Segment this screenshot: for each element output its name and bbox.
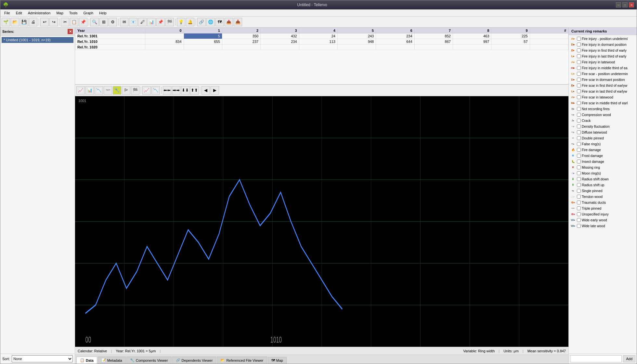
series-item-0[interactable]: * Untitled (1001 - 1019, n=19) bbox=[2, 37, 73, 43]
remark-item[interactable]: U▸Fire scar - position undetermin bbox=[569, 71, 637, 77]
table-cell[interactable]: 644 bbox=[376, 39, 414, 45]
remark-item[interactable]: ••Double pinned bbox=[569, 135, 637, 141]
remark-checkbox[interactable] bbox=[577, 201, 581, 204]
tb-notify[interactable]: 🔔 bbox=[186, 18, 194, 26]
remark-checkbox[interactable] bbox=[577, 54, 581, 58]
menu-edit[interactable]: Edit bbox=[13, 10, 25, 16]
chart-tb-wave[interactable]: 〰 bbox=[104, 86, 112, 95]
remark-item[interactable]: △▸Tension wood bbox=[569, 194, 637, 200]
chart-tb-bar[interactable]: 📊 bbox=[85, 86, 94, 95]
remark-item[interactable]: ✕Missing ring bbox=[569, 164, 637, 170]
remark-item[interactable]: •▸Single pinned bbox=[569, 188, 637, 194]
remark-checkbox[interactable] bbox=[577, 195, 581, 199]
tb-search[interactable]: 🔍 bbox=[90, 18, 99, 26]
remark-item[interactable]: W▸Wide late wood bbox=[569, 223, 637, 229]
chart-tb-line[interactable]: 📈 bbox=[76, 86, 85, 95]
table-cell[interactable]: 57 bbox=[491, 39, 530, 45]
chart-tb-flag-white[interactable]: 🏳 bbox=[122, 86, 130, 95]
table-cell[interactable] bbox=[491, 45, 530, 50]
remark-checkbox[interactable] bbox=[577, 171, 581, 175]
table-cell[interactable]: 432 bbox=[261, 33, 299, 39]
remark-checkbox[interactable] bbox=[577, 130, 581, 134]
table-cell[interactable] bbox=[299, 45, 337, 50]
tb-copy[interactable]: 📋 bbox=[70, 18, 78, 26]
add-remark-button[interactable]: Add bbox=[623, 355, 635, 362]
remark-checkbox[interactable] bbox=[577, 66, 581, 70]
table-cell[interactable] bbox=[222, 45, 260, 50]
tb-upload[interactable]: 📤 bbox=[225, 18, 233, 26]
remark-checkbox[interactable] bbox=[577, 154, 581, 158]
tb-print[interactable]: 🖨 bbox=[29, 18, 37, 26]
maximize-button[interactable]: □ bbox=[622, 2, 628, 7]
chart-tb-flag-end[interactable]: 🏁 bbox=[131, 86, 139, 95]
tb-globe[interactable]: 🌐 bbox=[206, 18, 215, 26]
table-cell[interactable]: 350 bbox=[222, 33, 260, 39]
table-cell[interactable]: 834 bbox=[145, 39, 184, 45]
tb-pin[interactable]: 📌 bbox=[156, 18, 165, 26]
table-cell[interactable] bbox=[145, 33, 184, 39]
remark-item[interactable]: D▸Fire injury in dormant position bbox=[569, 42, 637, 47]
tb-highlight[interactable]: 💡 bbox=[177, 18, 185, 26]
table-cell[interactable]: 463 bbox=[453, 33, 491, 39]
remark-item[interactable]: L▸Fire scar in last third of earlyw bbox=[569, 88, 637, 94]
remark-item[interactable]: m▸Fire injury in middle third of ea bbox=[569, 65, 637, 71]
remark-item[interactable]: D▸Fire scar in dormant position bbox=[569, 77, 637, 83]
chart-area[interactable]: 1001 bbox=[75, 96, 568, 347]
tab-metadata[interactable]: 📝 Metadata bbox=[98, 357, 126, 364]
remark-checkbox[interactable] bbox=[577, 78, 581, 82]
tb-undo[interactable]: ↩ bbox=[40, 18, 49, 26]
table-row[interactable]: Rel.Yr. 1020 bbox=[75, 45, 568, 50]
remark-checkbox[interactable] bbox=[577, 212, 581, 216]
table-cell[interactable] bbox=[453, 45, 491, 50]
remark-item[interactable]: L▸Fire injury in last third of early bbox=[569, 53, 637, 59]
tab-components[interactable]: 🔧 Components Viewer bbox=[126, 357, 172, 364]
remark-item[interactable]: A▸Fire injury in latewood bbox=[569, 59, 637, 65]
remark-checkbox[interactable] bbox=[577, 113, 581, 117]
remark-item[interactable]: ○▸Moon ring(s) bbox=[569, 170, 637, 176]
remark-item[interactable]: ~▸Density fluctuation bbox=[569, 124, 637, 129]
remark-item[interactable]: =▸False ring(s) bbox=[569, 141, 637, 147]
table-cell[interactable]: 113 bbox=[299, 39, 337, 45]
tb-save[interactable]: 💾 bbox=[20, 18, 28, 26]
remark-item[interactable]: ≈▸Compression wood bbox=[569, 112, 637, 118]
remark-item[interactable]: ⬇Radius shift down bbox=[569, 176, 637, 182]
table-cell[interactable]: 655 bbox=[184, 39, 222, 45]
table-row[interactable]: Rel.Yr. 1001535043224243234852463225 bbox=[75, 33, 568, 39]
remark-checkbox[interactable] bbox=[577, 48, 581, 52]
table-cell[interactable] bbox=[530, 33, 568, 39]
table-cell[interactable]: 225 bbox=[491, 33, 530, 39]
remark-checkbox[interactable] bbox=[577, 189, 581, 193]
table-cell-label[interactable]: Rel.Yr. 1010 bbox=[75, 39, 145, 45]
remark-item[interactable]: A▸Fire injury - position undetermi bbox=[569, 36, 637, 42]
table-cell[interactable]: 5 bbox=[184, 33, 222, 39]
remark-checkbox[interactable] bbox=[577, 107, 581, 111]
table-cell[interactable]: 234 bbox=[376, 33, 414, 39]
remark-checkbox[interactable] bbox=[577, 84, 581, 87]
remark-item[interactable]: M▸Fire scar in middle third of earl bbox=[569, 100, 637, 106]
tb-flag[interactable]: 🏁 bbox=[165, 18, 174, 26]
remark-checkbox[interactable] bbox=[577, 72, 581, 76]
remark-checkbox[interactable] bbox=[577, 124, 581, 128]
remark-checkbox[interactable] bbox=[577, 160, 581, 163]
remark-checkbox[interactable] bbox=[577, 165, 581, 169]
remark-checkbox[interactable] bbox=[577, 101, 581, 105]
remark-item[interactable]: ❄Frost damage bbox=[569, 153, 637, 159]
remark-checkbox[interactable] bbox=[577, 148, 581, 152]
remark-item[interactable]: =▸Diffuse latewood bbox=[569, 129, 637, 135]
chart-tb-scroll-left[interactable]: ◀ bbox=[202, 86, 210, 95]
menu-file[interactable]: File bbox=[2, 10, 13, 16]
table-cell[interactable] bbox=[414, 45, 453, 50]
chart-tb-zoom-in-w[interactable]: ⬅⬅ bbox=[163, 86, 171, 95]
remark-item[interactable]: ⊕▸Traumatic ducts bbox=[569, 200, 637, 205]
tb-report[interactable]: 📧 bbox=[129, 18, 137, 26]
remark-item[interactable]: ⬆Radius shift up bbox=[569, 182, 637, 188]
series-close-button[interactable]: ✕ bbox=[68, 29, 73, 34]
tab-map[interactable]: 🗺 Map bbox=[268, 357, 287, 364]
remark-item[interactable]: X▸Not recording fires bbox=[569, 106, 637, 112]
chart-tb-zoom-in-h[interactable]: ⬇⬇ bbox=[181, 86, 189, 95]
remark-checkbox[interactable] bbox=[577, 37, 581, 41]
tb-link[interactable]: 🔗 bbox=[197, 18, 206, 26]
tb-edit[interactable]: 🖊 bbox=[138, 18, 147, 26]
remark-checkbox[interactable] bbox=[577, 206, 581, 210]
tb-chart[interactable]: 📊 bbox=[147, 18, 156, 26]
